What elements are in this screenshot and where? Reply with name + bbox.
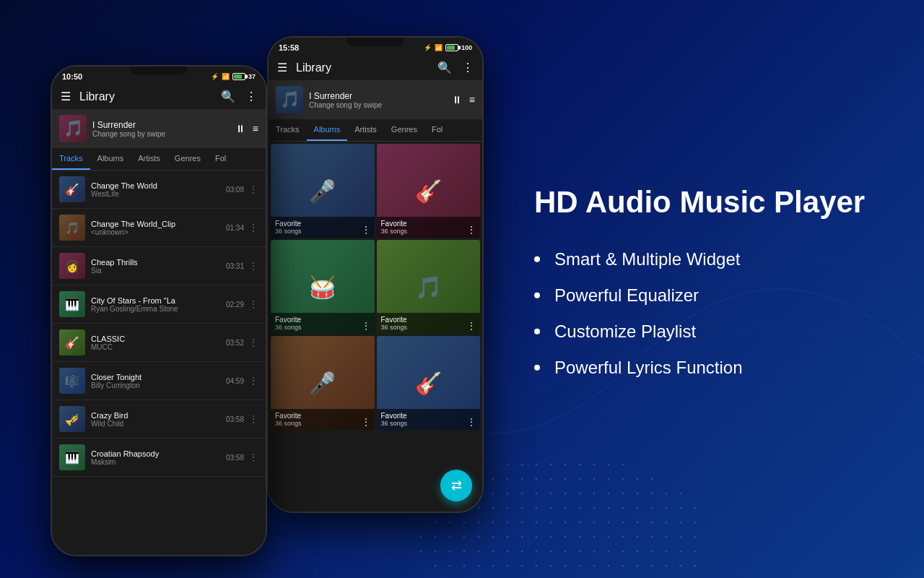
track1-thumb: 🎸	[59, 176, 85, 202]
track-item-7[interactable]: 🎺 Crazy Bird Wild Child 03:58 ⋮	[52, 400, 266, 439]
phone1-tab-artists[interactable]: Artists	[131, 148, 167, 170]
track2-thumb: 🎵	[59, 215, 85, 241]
phone1-tabs: Tracks Albums Artists Genres Fol	[52, 148, 266, 171]
track2-duration: 01:34	[226, 224, 244, 232]
album-item-1[interactable]: 🎤 Favorite 36 songs ⋮	[271, 144, 375, 238]
album-item-3[interactable]: 🥁 Favorite 36 songs ⋮	[271, 240, 375, 334]
track8-info: Croatian Rhapsody Maksim	[91, 449, 226, 466]
album2-more[interactable]: ⋮	[467, 225, 476, 235]
track4-more[interactable]: ⋮	[248, 298, 258, 310]
phone2-pause-icon[interactable]: ⏸	[452, 94, 462, 105]
phone2-tab-genres[interactable]: Genres	[384, 119, 424, 141]
album-item-5[interactable]: 🎤 Favorite 36 songs ⋮	[271, 336, 375, 430]
track4-emoji: 🎹	[59, 291, 85, 317]
track2-emoji: 🎵	[59, 215, 85, 241]
track5-info: CLASSIC MUCC	[91, 335, 226, 351]
album-item-4[interactable]: 🎵 Favorite 36 songs ⋮	[377, 240, 481, 334]
phone1-search-icon[interactable]: 🔍	[221, 90, 235, 103]
phone1-pause-icon[interactable]: ⏸	[235, 123, 245, 134]
track1-more[interactable]: ⋮	[248, 184, 258, 195]
battery-icon	[445, 44, 458, 51]
phone1-playlist-icon[interactable]: ≡	[253, 123, 258, 134]
track5-duration: 03:52	[226, 339, 244, 347]
wifi-icon: 📶	[435, 44, 443, 51]
phone1-now-playing: 🎵 I Surrender Change song by swipe ⏸ ≡	[52, 109, 266, 148]
phone2-np-info: I Surrender Change song by swipe	[309, 91, 452, 109]
album4-more[interactable]: ⋮	[467, 321, 476, 331]
track1-duration: 03:08	[226, 186, 244, 194]
track-item-1[interactable]: 🎸 Change The World WestLife 03:08 ⋮	[52, 171, 266, 209]
album1-more[interactable]: ⋮	[362, 225, 370, 235]
phone2-time: 15:58	[279, 43, 299, 52]
track-item-4[interactable]: 🎹 City Of Stars - From "La Ryan Gosling/…	[52, 285, 266, 324]
album6-more[interactable]: ⋮	[467, 417, 476, 427]
phone1-menu-icon[interactable]: ☰	[61, 90, 71, 103]
phone2-header-title: Library	[296, 61, 437, 74]
phone1-tab-genres[interactable]: Genres	[167, 148, 208, 170]
battery-level: 100	[461, 44, 472, 51]
track-item-5[interactable]: 🎸 CLASSIC MUCC 03:52 ⋮	[52, 324, 266, 362]
phone2-playlist-icon[interactable]: ≡	[469, 94, 475, 105]
track6-title: Closer Tonight	[91, 373, 226, 381]
track8-more[interactable]: ⋮	[248, 452, 258, 463]
track3-thumb: 👩	[59, 253, 85, 279]
phone2-menu-icon[interactable]: ☰	[277, 61, 287, 74]
track7-info: Crazy Bird Wild Child	[91, 411, 226, 428]
track7-duration: 03:58	[226, 415, 244, 423]
phone2-np-subtitle: Change song by swipe	[309, 101, 452, 109]
album3-more[interactable]: ⋮	[362, 321, 370, 331]
phone1-status-icons: ⚡ 📶 37	[211, 73, 256, 80]
album5-more[interactable]: ⋮	[362, 417, 370, 427]
bullet-3	[534, 329, 540, 335]
phone2-tab-tracks[interactable]: Tracks	[269, 119, 307, 141]
phone2-np-controls: ⏸ ≡	[452, 94, 475, 105]
app-title: HD Audio Music Player	[534, 184, 881, 220]
album-item-6[interactable]: 🎸 Favorite 36 songs ⋮	[377, 336, 481, 430]
bluetooth-icon: ⚡	[424, 44, 432, 51]
phone1-time: 10:50	[62, 72, 82, 81]
phone1-tab-tracks[interactable]: Tracks	[52, 148, 90, 170]
phone2-fab-button[interactable]: ⇄	[440, 470, 472, 501]
phone2-tab-artists[interactable]: Artists	[347, 119, 384, 141]
phone1-screen: 10:50 ⚡ 📶 37 ☰ Library 🔍 ⋮	[52, 66, 266, 555]
phone2-header-icons: 🔍 ⋮	[437, 61, 474, 74]
phone1-header-title: Library	[79, 90, 221, 103]
track4-artist: Ryan Gosling/Emma Stone	[91, 305, 226, 313]
phone1-notch	[130, 66, 188, 75]
features-panel: HD Audio Music Player Smart & Multiple W…	[534, 184, 881, 394]
phone1-tab-fol[interactable]: Fol	[208, 148, 233, 170]
track6-more[interactable]: ⋮	[248, 375, 258, 387]
phone1-tab-albums[interactable]: Albums	[90, 148, 131, 170]
phone-2: 15:58 ⚡ 📶 100 ☰ Library 🔍 ⋮	[267, 36, 484, 513]
track-item-3[interactable]: 👩 Cheap Thrills Sia 03:31 ⋮	[52, 247, 266, 285]
phone2-status-icons: ⚡ 📶 100	[424, 44, 472, 51]
track7-emoji: 🎺	[59, 406, 85, 432]
track5-thumb: 🎸	[59, 329, 85, 355]
phone2-screen: 15:58 ⚡ 📶 100 ☰ Library 🔍 ⋮	[269, 38, 482, 512]
bullet-4	[534, 365, 540, 371]
track-item-6[interactable]: 🎼 Closer Tonight Billy Currington 04:59 …	[52, 362, 266, 400]
track2-more[interactable]: ⋮	[248, 222, 258, 233]
phone2-tab-fol[interactable]: Fol	[424, 119, 450, 141]
phone1-more-icon[interactable]: ⋮	[245, 90, 257, 103]
phone2-tab-albums[interactable]: Albums	[307, 119, 348, 141]
phone2-np-thumb: 🎵	[276, 86, 303, 113]
phone1-header: ☰ Library 🔍 ⋮	[52, 84, 266, 109]
phones-container: 15:58 ⚡ 📶 100 ☰ Library 🔍 ⋮	[29, 22, 520, 556]
track-item-2[interactable]: 🎵 Change The World_Clip <unknown> 01:34 …	[52, 209, 266, 247]
album4-overlay: Favorite 36 songs	[377, 313, 481, 334]
track5-more[interactable]: ⋮	[248, 337, 258, 348]
track7-title: Crazy Bird	[91, 411, 226, 420]
track7-more[interactable]: ⋮	[248, 413, 258, 425]
feature-list: Smart & Multiple Widget Powerful Equaliz…	[534, 249, 881, 378]
track2-info: Change The World_Clip <unknown>	[91, 220, 226, 236]
album5-overlay: Favorite 36 songs	[271, 409, 375, 430]
album-item-2[interactable]: 🎸 Favorite 36 songs ⋮	[377, 144, 481, 238]
album4-name: Favorite	[381, 316, 476, 324]
track3-more[interactable]: ⋮	[248, 260, 258, 272]
phone2-search-icon[interactable]: 🔍	[437, 61, 452, 74]
track3-emoji: 👩	[59, 253, 85, 279]
track8-duration: 03:58	[226, 454, 244, 462]
phone2-more-icon[interactable]: ⋮	[462, 61, 474, 74]
track-item-8[interactable]: 🎹 Croatian Rhapsody Maksim 03:58 ⋮	[52, 439, 266, 477]
